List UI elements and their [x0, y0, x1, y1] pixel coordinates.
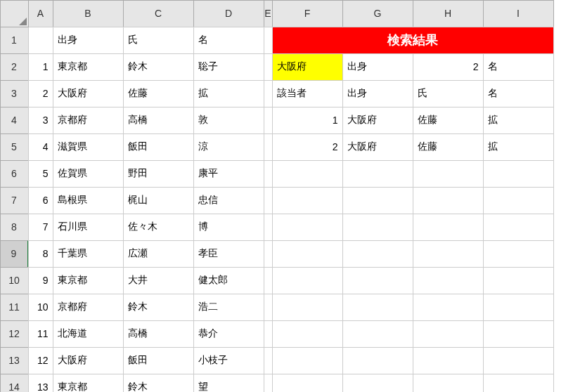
- col-I[interactable]: I: [483, 0, 554, 27]
- search-key-cell[interactable]: 大阪府: [272, 53, 343, 81]
- cell-G10[interactable]: [342, 267, 413, 294]
- cell-I14[interactable]: [483, 374, 554, 393]
- cell-B4[interactable]: 京都府: [53, 107, 124, 134]
- cell-C3[interactable]: 佐藤: [123, 80, 194, 107]
- row-hdr-13[interactable]: 13: [0, 347, 29, 374]
- cell-G12[interactable]: [342, 320, 413, 348]
- row-hdr-5[interactable]: 5: [0, 133, 29, 161]
- col-D[interactable]: D: [193, 0, 264, 27]
- cell-D5[interactable]: 涼: [193, 133, 264, 161]
- cell-C13[interactable]: 飯田: [123, 347, 194, 374]
- cell-D3[interactable]: 拡: [193, 80, 264, 107]
- row-hdr-2[interactable]: 2: [0, 53, 29, 81]
- cell-D10[interactable]: 健太郎: [193, 267, 264, 294]
- row-hdr-14[interactable]: 14: [0, 374, 29, 393]
- cell-I4[interactable]: 拡: [483, 107, 554, 134]
- cell-F4[interactable]: 1: [272, 107, 343, 134]
- cell-G6[interactable]: [342, 160, 413, 188]
- row-hdr-7[interactable]: 7: [0, 187, 29, 214]
- cell-A4[interactable]: 3: [28, 107, 53, 134]
- cell-C12[interactable]: 高橋: [123, 320, 194, 348]
- cell-B7[interactable]: 島根県: [53, 187, 124, 214]
- row-hdr-10[interactable]: 10: [0, 267, 29, 294]
- cell-H9[interactable]: [413, 240, 484, 268]
- col-F[interactable]: F: [272, 0, 343, 27]
- row-hdr-8[interactable]: 8: [0, 214, 29, 241]
- cell-F14[interactable]: [272, 374, 343, 393]
- cell-D6[interactable]: 康平: [193, 160, 264, 188]
- cell-D2[interactable]: 聡子: [193, 53, 264, 81]
- row-hdr-11[interactable]: 11: [0, 294, 29, 321]
- cell-G5[interactable]: 大阪府: [342, 133, 413, 161]
- cell-H5[interactable]: 佐藤: [413, 133, 484, 161]
- cell-C4[interactable]: 高橋: [123, 107, 194, 134]
- cell-G4[interactable]: 大阪府: [342, 107, 413, 134]
- cell-B2[interactable]: 東京都: [53, 53, 124, 81]
- cell-A10[interactable]: 9: [28, 267, 53, 294]
- cell-G9[interactable]: [342, 240, 413, 268]
- cell-B3[interactable]: 大阪府: [53, 80, 124, 107]
- cell-F7[interactable]: [272, 187, 343, 214]
- cell-D9[interactable]: 孝臣: [193, 240, 264, 268]
- cell-H13[interactable]: [413, 347, 484, 374]
- cell-A7[interactable]: 6: [28, 187, 53, 214]
- cell-A3[interactable]: 2: [28, 80, 53, 107]
- cell-D4[interactable]: 敦: [193, 107, 264, 134]
- cell-G14[interactable]: [342, 374, 413, 393]
- cell-D1[interactable]: 名: [193, 27, 264, 54]
- col-B[interactable]: B: [53, 0, 124, 27]
- cell-D11[interactable]: 浩二: [193, 294, 264, 321]
- cell-C9[interactable]: 広瀬: [123, 240, 194, 268]
- cell-G11[interactable]: [342, 294, 413, 321]
- cell-H7[interactable]: [413, 187, 484, 214]
- cell-C1[interactable]: 氏: [123, 27, 194, 54]
- col-A[interactable]: A: [28, 0, 53, 27]
- cell-C10[interactable]: 大井: [123, 267, 194, 294]
- cell-I11[interactable]: [483, 294, 554, 321]
- cell-H4[interactable]: 佐藤: [413, 107, 484, 134]
- cell-I5[interactable]: 拡: [483, 133, 554, 161]
- cell-D7[interactable]: 忠信: [193, 187, 264, 214]
- cell-H10[interactable]: [413, 267, 484, 294]
- cell-C7[interactable]: 梶山: [123, 187, 194, 214]
- cell-I9[interactable]: [483, 240, 554, 268]
- cell-B9[interactable]: 千葉県: [53, 240, 124, 268]
- cell-D13[interactable]: 小枝子: [193, 347, 264, 374]
- cell-A5[interactable]: 4: [28, 133, 53, 161]
- cell-F13[interactable]: [272, 347, 343, 374]
- row-hdr-4[interactable]: 4: [0, 107, 29, 134]
- cell-A2[interactable]: 1: [28, 53, 53, 81]
- cell-A13[interactable]: 12: [28, 347, 53, 374]
- cell-B13[interactable]: 大阪府: [53, 347, 124, 374]
- cell-H12[interactable]: [413, 320, 484, 348]
- cell-A12[interactable]: 11: [28, 320, 53, 348]
- cell-F11[interactable]: [272, 294, 343, 321]
- cell-C8[interactable]: 佐々木: [123, 214, 194, 241]
- cell-I6[interactable]: [483, 160, 554, 188]
- cell-C6[interactable]: 野田: [123, 160, 194, 188]
- row-hdr-12[interactable]: 12: [0, 320, 29, 348]
- cell-B12[interactable]: 北海道: [53, 320, 124, 348]
- cell-A8[interactable]: 7: [28, 214, 53, 241]
- cell-I3[interactable]: 名: [483, 80, 554, 107]
- cell-I12[interactable]: [483, 320, 554, 348]
- cell-I2[interactable]: 名: [483, 53, 554, 81]
- cell-G2[interactable]: 出身: [342, 53, 413, 81]
- cell-G3[interactable]: 出身: [342, 80, 413, 107]
- row-hdr-3[interactable]: 3: [0, 80, 29, 107]
- cell-H3[interactable]: 氏: [413, 80, 484, 107]
- cell-D12[interactable]: 恭介: [193, 320, 264, 348]
- col-C[interactable]: C: [123, 0, 194, 27]
- cell-F10[interactable]: [272, 267, 343, 294]
- col-G[interactable]: G: [342, 0, 413, 27]
- cell-I7[interactable]: [483, 187, 554, 214]
- cell-B1[interactable]: 出身: [53, 27, 124, 54]
- cell-H2[interactable]: 2: [413, 53, 484, 81]
- cell-F9[interactable]: [272, 240, 343, 268]
- cell-B5[interactable]: 滋賀県: [53, 133, 124, 161]
- row-hdr-9[interactable]: 9: [0, 240, 29, 268]
- cell-A14[interactable]: 13: [28, 374, 53, 393]
- cell-G7[interactable]: [342, 187, 413, 214]
- cell-F5[interactable]: 2: [272, 133, 343, 161]
- cell-B11[interactable]: 京都府: [53, 294, 124, 321]
